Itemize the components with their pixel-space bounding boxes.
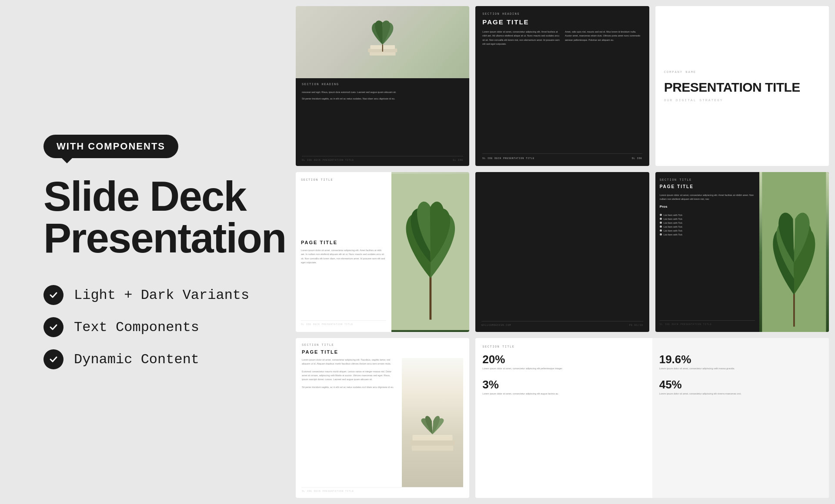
- slide-text-mid-left: SECTION TITLE PAGE TITLE Lorem ipsum dol…: [296, 172, 391, 332]
- slide-photo-mid-left: [391, 172, 470, 332]
- stat-label-2: Lorem ipsum dolor sit amet, consectetur …: [482, 392, 645, 395]
- list-tick-2: [660, 218, 662, 220]
- badge-label: WITH COMPONENTS: [57, 141, 165, 152]
- slide-card-top-mid: SECTION HEADING PAGE TITLE Lorem ipsum d…: [475, 6, 649, 166]
- slide-section-label-top-left: SECTION HEADING: [302, 83, 463, 86]
- slide-mid-right-inner: SECTION TITLE PAGE TITLE Lorem ipsum dol…: [655, 172, 829, 332]
- stat-number-1: 20%: [482, 354, 645, 365]
- slide-body3-bot-left: Sit penie tincidunt sagittis, ac in elit…: [302, 385, 397, 389]
- feature-text-3: Dynamic Content: [74, 351, 199, 368]
- slide-pagenum-mid-mid: PG 01/10: [629, 324, 643, 327]
- slide-pres-title: COMPANY NAME PRESENTATION TITLE OUR DIGI…: [655, 6, 829, 166]
- slide-section-label-bot-right: SECTION TITLE: [482, 345, 645, 348]
- list-item-row-3: List Item with Tick: [660, 222, 755, 224]
- list-tick-1: [660, 214, 662, 216]
- slide-stats-left: SECTION TITLE 20% Lorem ipsum dolor sit …: [475, 338, 652, 498]
- features-list: Light + Dark Variants Text Components Dy…: [43, 285, 261, 369]
- slide-section-label-mid-right: SECTION TITLE: [660, 178, 755, 182]
- slide-section-label-top-mid: SECTION HEADING: [482, 12, 642, 16]
- list-item-text-3: List Item with Tick: [664, 222, 682, 224]
- slide-pres-main-title: PRESENTATION TITLE: [664, 81, 820, 94]
- list-item-text-2: List Item with Tick: [664, 218, 682, 220]
- stats-right-spacer: [659, 345, 822, 354]
- left-panel: WITH COMPONENTS Slide Deck Presentation …: [0, 0, 296, 504]
- slide-footer-mid-left: SL IDE DECK PRESENTATION TITLE: [301, 320, 386, 326]
- slide-section-label-mid-left: SECTION TITLE: [301, 178, 386, 182]
- slide-card-top-right: COMPANY NAME PRESENTATION TITLE OUR DIGI…: [655, 6, 829, 166]
- stat-number-4: 45%: [659, 379, 822, 390]
- svg-rect-6: [412, 445, 453, 451]
- slide-pres-subtitle: OUR DIGITAL STRATEGY: [664, 98, 820, 102]
- list-item-row-2: List Item with Tick: [660, 218, 755, 220]
- slide-mid-left-inner: SECTION TITLE PAGE TITLE Lorem ipsum dol…: [296, 172, 469, 332]
- slide-card-mid-mid: WILLIAMDESIGN.COM PG 01/10: [475, 172, 649, 332]
- main-title-line1: Slide Deck: [43, 173, 246, 219]
- stat-number-3: 19.6%: [659, 354, 822, 365]
- slide-image-top-left: [296, 6, 469, 78]
- plant-image-placeholder: [296, 6, 469, 78]
- list-tick-3: [660, 222, 662, 224]
- slide-card-bot-right: SECTION TITLE 20% Lorem ipsum dolor sit …: [475, 338, 829, 498]
- slide-page-title-bot-left: PAGE TITLE: [302, 349, 463, 355]
- slide-image-bot-left: [402, 358, 463, 487]
- books-placeholder: [402, 358, 463, 487]
- list-item-row-6: List Item with Tick: [660, 233, 755, 236]
- slide-pros-heading: Pros: [660, 205, 755, 209]
- slide-bot-left-content: Lorem ipsum dolor sit amet, consectetur …: [302, 358, 463, 487]
- slide-body-mid-left: Lorem ipsum dolor sit amet, consectetur …: [301, 249, 386, 265]
- slide-body-top-left: noscean sed egrt. Risus, ipsum duis euis…: [302, 90, 463, 94]
- stat-number-2: 3%: [482, 379, 645, 390]
- slide-company-label: COMPANY NAME: [664, 70, 820, 74]
- slide-text-bot-left: Lorem ipsum dolor sit amet, consectetur …: [302, 358, 397, 487]
- slide-footer-mid-right: SL IDE DECK PRESENTATION TITLE: [660, 320, 755, 326]
- feature-text-1: Light + Dark Variants: [74, 287, 249, 303]
- slide-body2-top-left: Sit penie tincidunt sagittis, ac in elit…: [302, 97, 463, 101]
- slide-footer-page-top-mid: SL IDE: [632, 157, 642, 160]
- slide-page-title-mid-left: PAGE TITLE: [301, 240, 386, 245]
- stat-block-4: 45% Lorem ipsum dolor sit amet, consecte…: [659, 379, 822, 395]
- slide-footer-top-mid: SL IDE DECK PRESENTATION TITLE SL IDE: [482, 153, 642, 160]
- slide-inner-top-mid: SECTION HEADING PAGE TITLE Lorem ipsum d…: [475, 6, 649, 166]
- books-svg: [405, 397, 460, 487]
- list-item-text-6: List Item with Tick: [664, 233, 682, 236]
- slide-card-top-left: SECTION HEADING noscean sed egrt. Risus,…: [296, 6, 469, 166]
- slide-company-mid-mid: WILLIAMDESIGN.COM: [481, 324, 511, 327]
- slide-footer-bot-left: SL IDE DECK PRESENTATION TITLE: [302, 487, 463, 493]
- slide-footer-top-left: SL IDE DECK PRESENTATION TITLE SL IDE: [302, 156, 463, 162]
- slide-footer-label-top-left: SL IDE DECK PRESENTATION TITLE: [302, 159, 354, 162]
- stat-label-1: Lorem ipsum dolor sit amet, consectetur …: [482, 367, 645, 370]
- list-tick-6: [660, 233, 662, 235]
- slide-dark-text-mid-right: SECTION TITLE PAGE TITLE Lorem ipsum dol…: [655, 172, 760, 332]
- svg-rect-8: [413, 435, 453, 441]
- slide-photo-mid-right: [759, 172, 829, 332]
- slide-stats-right: 19.6% Lorem ipsum dolor sit amet, consec…: [652, 338, 829, 498]
- list-item-row-5: List Item with Tick: [660, 229, 755, 232]
- list-tick-5: [660, 229, 662, 232]
- feature-text-2: Text Components: [74, 319, 199, 335]
- slide-footer-mid-mid: WILLIAMDESIGN.COM PG 01/10: [481, 321, 643, 327]
- list-tick-4: [660, 225, 662, 228]
- slide-footer-page-top-left: SL IDE: [453, 159, 463, 162]
- stat-label-4: Lorem ipsum dolor sit amet, consectetur …: [659, 392, 822, 395]
- slide-bot-left-inner: SECTION TITLE PAGE TITLE Lorem ipsum dol…: [296, 338, 469, 498]
- svg-rect-7: [410, 440, 455, 446]
- slide-body2-bot-left: Euismod consectetur mauris morbi aliquet…: [302, 370, 397, 382]
- slide-section-label-bot-left: SECTION TITLE: [302, 343, 463, 347]
- slide-list-mid-right: List Item with Tick List Item with Tick …: [660, 214, 755, 236]
- stat-block-1: 20% Lorem ipsum dolor sit amet, consecte…: [482, 354, 645, 370]
- stat-block-3: 19.6% Lorem ipsum dolor sit amet, consec…: [659, 354, 822, 370]
- feature-item-3: Dynamic Content: [43, 349, 261, 369]
- list-item-text-4: List Item with Tick: [664, 225, 682, 228]
- slide-col1-top-mid: Lorem ipsum dolor sit amet, consectetur …: [482, 30, 560, 153]
- badge: WITH COMPONENTS: [43, 135, 178, 158]
- stat-block-2: 3% Lorem ipsum dolor sit amet, consectet…: [482, 379, 645, 395]
- check-icon-2: [43, 317, 63, 337]
- list-item-row-1: List Item with Tick: [660, 214, 755, 216]
- list-item-row-4: List Item with Tick: [660, 225, 755, 228]
- slide-body1-bot-left: Lorem ipsum dolor sit amet, consectetur …: [302, 358, 397, 366]
- plant-svg-mid: [391, 172, 470, 332]
- right-panel: SECTION HEADING noscean sed egrt. Risus,…: [296, 0, 835, 504]
- checkmark-svg-2: [48, 322, 59, 332]
- plant-photo-mid-right: [759, 172, 829, 332]
- feature-item-1: Light + Dark Variants: [43, 285, 261, 305]
